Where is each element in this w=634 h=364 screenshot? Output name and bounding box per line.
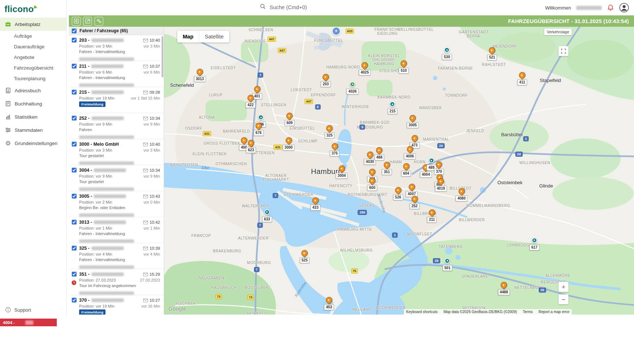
terms-link[interactable]: Terms (523, 310, 533, 314)
vehicle-checkbox[interactable] (72, 220, 77, 224)
toolbar-map-gears-button[interactable] (94, 17, 103, 26)
address-book-icon (5, 88, 11, 93)
vehicle-checkbox[interactable] (72, 64, 77, 68)
map-marker-488[interactable]: 488 (374, 147, 384, 160)
sidebar-item-dauerauftr-ge[interactable]: Daueraufträge (0, 41, 66, 52)
map-place-label: BAHRENFELD (223, 129, 250, 133)
map-marker-4025[interactable]: 4025 (359, 62, 371, 75)
toolbar-map-pin-button[interactable] (72, 17, 81, 26)
map-marker-600[interactable]: 600 (367, 178, 377, 191)
vehicle-pin-icon (488, 46, 497, 55)
sidebar-item-grundeinstellungen[interactable]: Grundeinstellungen (0, 137, 66, 150)
map-marker-3000[interactable]: 3000 (283, 137, 294, 151)
sidebar-item-tourenplanung[interactable]: Tourenplanung (0, 73, 66, 84)
map-place-label: VEDDEL (359, 204, 375, 208)
vehicle-checkbox[interactable] (72, 246, 77, 250)
list-scrollbar[interactable] (162, 36, 163, 77)
vehicle-row[interactable]: 3013 -10:42Position: vor 1 Minvor 1 MinF… (69, 217, 164, 243)
map-marker-4026[interactable]: 4026 (346, 82, 358, 94)
sidebar-item-fahrzeug-bersicht[interactable]: Fahrzeugübersicht (0, 63, 66, 73)
map-marker-370[interactable]: 370 (434, 161, 444, 175)
sidebar-item-support[interactable]: Support (5, 307, 31, 313)
vehicle-id: 215 - (79, 90, 90, 95)
vehicle-checkbox[interactable] (72, 194, 77, 198)
map-marker-422[interactable]: 422 (246, 95, 256, 108)
map-marker-351[interactable]: 351 (382, 162, 392, 175)
map-marker-633[interactable]: 633 (262, 209, 272, 222)
map-place-label: ALLERMÖHE (545, 274, 570, 278)
map-marker-604[interactable]: 604 (401, 163, 411, 177)
vehicle-row[interactable]: 252 -10:34Position: vor 9 Minvor 9 MinFa… (69, 113, 164, 139)
map-marker-3004[interactable]: 3004 (336, 166, 348, 179)
keyboard-shortcuts-link[interactable]: Keyboard shortcuts (406, 310, 438, 314)
vehicle-checkbox[interactable] (72, 168, 77, 172)
map-marker-617[interactable]: 617 (530, 238, 540, 250)
search-input[interactable] (269, 4, 351, 11)
vehicle-row[interactable]: 203 -10:40Position: vor 3 Minvor 3 MinFa… (69, 35, 164, 61)
vehicle-row[interactable]: 3000 - Melo GmbH10:40Position: vor 3 Min… (69, 139, 164, 165)
vehicle-checkbox[interactable] (72, 142, 77, 146)
map-marker-4080[interactable]: 4080 (456, 188, 467, 201)
sidebar-item-stammdaten[interactable]: Stammdaten (0, 123, 66, 137)
vehicle-chip-label: 211 (427, 217, 437, 223)
sidebar-item-auftr-ge[interactable]: Aufträge (0, 31, 66, 41)
zoom-out-button[interactable]: − (559, 294, 568, 304)
map-marker-530[interactable]: 530 (442, 47, 452, 60)
map-marker-4488[interactable]: 4488 (498, 282, 509, 295)
traffic-button[interactable]: Verkehrslage (544, 29, 572, 35)
map-marker-676[interactable]: 676 (254, 123, 264, 136)
sidebar-item-adressbuch[interactable]: Adressbuch (0, 84, 66, 97)
notification-toast[interactable]: 4004 - (0, 319, 57, 326)
map-marker-501[interactable]: 501 (442, 258, 452, 271)
map-marker-510[interactable]: 510 (399, 60, 409, 74)
map[interactable]: SCHNELSENNIENDORFFUHLSBÜTTELFRANK'SCHE S… (164, 27, 634, 315)
map-marker-325[interactable]: 325 (325, 125, 334, 138)
notifications-bell-icon[interactable] (607, 4, 614, 11)
zoom-in-button[interactable]: + (559, 282, 568, 292)
vehicle-checkbox[interactable] (72, 298, 77, 302)
vehicle-checkbox[interactable] (72, 38, 77, 42)
map-marker-252[interactable]: 252 (409, 196, 419, 209)
map-marker-203[interactable]: 203 (321, 74, 331, 87)
map-marker-4007[interactable]: 4007 (406, 184, 418, 197)
sidebar-item-angebote[interactable]: Angebote (0, 52, 66, 63)
map-marker-525[interactable]: 525 (300, 250, 309, 263)
map-marker-521[interactable]: 521 (487, 47, 497, 60)
vehicle-checkbox[interactable] (72, 116, 77, 120)
toolbar-map-route-button[interactable] (83, 17, 92, 26)
map-marker-211[interactable]: 211 (427, 209, 437, 223)
user-avatar[interactable] (619, 3, 629, 12)
select-all-checkbox[interactable] (72, 29, 77, 33)
map-marker-375[interactable]: 375 (330, 143, 340, 156)
map-marker-433[interactable]: 433 (311, 197, 320, 211)
vehicle-row[interactable]: 3005 -10:43Position: vor 2 Minvor 0 MinB… (69, 191, 164, 217)
vehicle-row[interactable]: 215 -09:28Position: vor 19 Minvor 1 Std … (69, 87, 164, 113)
fullscreen-button[interactable] (559, 46, 568, 56)
vehicle-checkbox[interactable] (72, 272, 77, 276)
map-marker-4019[interactable]: 4019 (435, 178, 447, 192)
vehicle-row[interactable]: 370 -10:27Position: vor 19 Minvor 16 Min… (69, 295, 164, 315)
map-marker-3013[interactable]: 3013 (194, 69, 205, 82)
vehicle-checkbox[interactable] (72, 90, 77, 94)
map-type-satellite-button[interactable]: Satellite (199, 31, 229, 42)
report-map-error-link[interactable]: Report a map error (539, 310, 570, 314)
map-marker-609[interactable]: 609 (285, 113, 294, 126)
vehicle-row[interactable]: 211 -10:37Position: vor 6 Minvor 6 MinFa… (69, 61, 164, 87)
map-type-map-button[interactable]: Map (177, 31, 199, 42)
app-logo[interactable]: flicono (0, 0, 66, 17)
sidebar-item-statistiken[interactable]: Statistiken (0, 110, 66, 123)
vehicle-row[interactable]: 3004 -10:34Position: vor 9 Minvor 9 MinT… (69, 165, 164, 191)
map-marker-453[interactable]: 453 (324, 297, 334, 310)
vehicle-row[interactable]: 351 -15:29Position: 27.03.202327.03.2023… (69, 269, 164, 295)
map-marker-411[interactable]: 411 (518, 72, 527, 85)
search-box[interactable] (260, 3, 351, 11)
map-marker-215[interactable]: 215 (388, 101, 397, 114)
vehicle-row[interactable]: 325 -10:39Position: vor 4 Minvor 4 MinFa… (69, 243, 164, 269)
map-marker-4006[interactable]: 4006 (404, 146, 416, 159)
map-marker-623[interactable]: 623 (246, 140, 256, 153)
sidebar-item-arbeitsplatz[interactable]: Arbeitsplatz (0, 18, 66, 31)
map-marker-526[interactable]: 526 (393, 187, 403, 200)
map-marker-3005[interactable]: 3005 (407, 115, 419, 128)
sidebar-item-buchhaltung[interactable]: Buchhaltung (0, 97, 66, 110)
map-marker-4030[interactable]: 4030 (364, 152, 376, 165)
